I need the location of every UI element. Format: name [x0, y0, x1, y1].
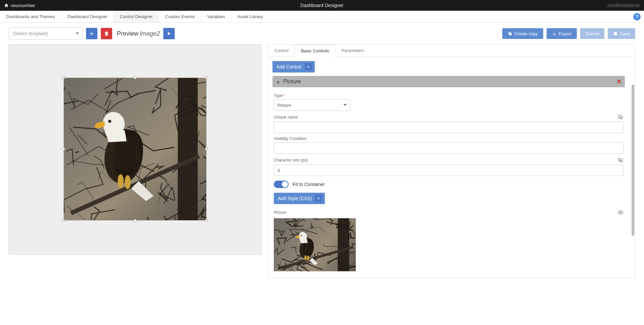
accordion-picture[interactable]: Picture ✕	[272, 76, 625, 87]
topbar: neuroomNet Dashboard Designer user@examp…	[0, 0, 644, 11]
resize-handle-bl[interactable]	[62, 219, 65, 222]
char-size-input[interactable]	[274, 165, 624, 176]
picture-label: Picture	[274, 210, 624, 216]
user-info[interactable]: user@example.de	[607, 3, 640, 8]
resize-handle-tr[interactable]	[205, 76, 208, 79]
resize-handle-tl[interactable]	[62, 76, 65, 79]
caret-down-icon	[343, 103, 347, 107]
svg-point-0	[620, 212, 621, 214]
unique-name-label: Unique name	[274, 114, 624, 120]
brand[interactable]: neuroomNet	[4, 3, 35, 8]
type-label: Type*	[274, 93, 624, 98]
visibility-label: Visibility Condition	[274, 136, 624, 141]
properties-content: Add Control Picture ✕ Type* Picture	[268, 57, 635, 278]
fit-toggle-row: Fit to Container	[274, 181, 624, 188]
fit-to-container-toggle[interactable]	[274, 181, 289, 188]
tab-variables[interactable]: Variables	[201, 11, 231, 22]
template-placeholder: (Select template)	[12, 31, 48, 36]
resize-handle-mr[interactable]	[205, 148, 208, 150]
add-template-button[interactable]	[86, 28, 97, 39]
cancel-button[interactable]: Cancel	[580, 28, 604, 39]
eye-off-icon[interactable]	[617, 114, 624, 120]
page-title: Dashboard Designer	[300, 3, 343, 8]
collapse-icon	[276, 79, 281, 84]
eye-off-icon[interactable]	[617, 157, 624, 163]
resize-handle-ml[interactable]	[62, 148, 65, 150]
delete-button[interactable]	[101, 28, 112, 39]
char-size-label: Character size (px)	[274, 157, 624, 163]
tab-custom-events[interactable]: Custom Events	[159, 11, 201, 22]
picture-thumbnail[interactable]	[274, 218, 356, 271]
type-select[interactable]: Picture	[274, 99, 350, 111]
caret-down-icon	[76, 32, 79, 35]
plus-icon	[305, 63, 312, 71]
tab-asset-library[interactable]: Asset Library	[231, 11, 269, 22]
properties-panel: Control Basic Controls Parameters Add Co…	[268, 44, 635, 278]
tab-control-designer[interactable]: Control Designer	[114, 11, 159, 22]
remove-control-button[interactable]: ✕	[616, 78, 621, 85]
save-button[interactable]: Save	[608, 28, 635, 39]
main-area: Control Basic Controls Parameters Add Co…	[0, 44, 644, 285]
add-control-button[interactable]: Add Control	[272, 61, 315, 73]
preview-name: Image2	[140, 30, 160, 37]
create-copy-button[interactable]: Create copy	[502, 28, 543, 39]
form-section: Type* Picture Unique name Visibility Con…	[272, 87, 625, 274]
preview-label: Preview Image2	[117, 30, 160, 37]
scrollbar[interactable]	[632, 85, 634, 236]
main-tabs: Dashboards and Themes Dashboard Designer…	[0, 11, 644, 23]
add-style-button[interactable]: Add Style (CSS)	[274, 193, 325, 204]
design-canvas[interactable]	[9, 44, 261, 254]
canvas-image-selection[interactable]	[63, 78, 207, 221]
visibility-input[interactable]	[274, 142, 624, 154]
resize-handle-bc[interactable]	[134, 219, 136, 222]
canvas-image	[64, 78, 206, 220]
help-icon[interactable]: ?	[633, 13, 641, 20]
side-tab-control[interactable]: Control	[268, 45, 295, 57]
export-button[interactable]: Export	[547, 28, 577, 39]
tab-dashboard-designer[interactable]: Dashboard Designer	[61, 11, 114, 22]
resize-handle-br[interactable]	[205, 219, 208, 222]
download-icon	[552, 31, 557, 36]
fit-label: Fit to Container	[293, 182, 325, 187]
play-button[interactable]	[163, 28, 175, 39]
properties-tabs: Control Basic Controls Parameters	[268, 45, 635, 57]
save-icon	[613, 31, 618, 36]
resize-handle-tc[interactable]	[134, 76, 136, 79]
unique-name-input[interactable]	[274, 122, 624, 133]
eye-icon[interactable]	[617, 210, 624, 216]
tab-dashboards-themes[interactable]: Dashboards and Themes	[0, 11, 61, 22]
side-tab-basic-controls[interactable]: Basic Controls	[295, 45, 336, 57]
accordion-title: Picture	[283, 78, 301, 85]
template-select[interactable]: (Select template)	[9, 28, 83, 40]
home-icon	[4, 3, 9, 8]
brand-text: neuroomNet	[11, 3, 35, 8]
copy-icon	[508, 31, 512, 36]
plus-icon	[315, 195, 322, 202]
side-tab-parameters[interactable]: Parameters	[336, 45, 370, 57]
toolbar: (Select template) Preview Image2 Create …	[0, 23, 644, 44]
